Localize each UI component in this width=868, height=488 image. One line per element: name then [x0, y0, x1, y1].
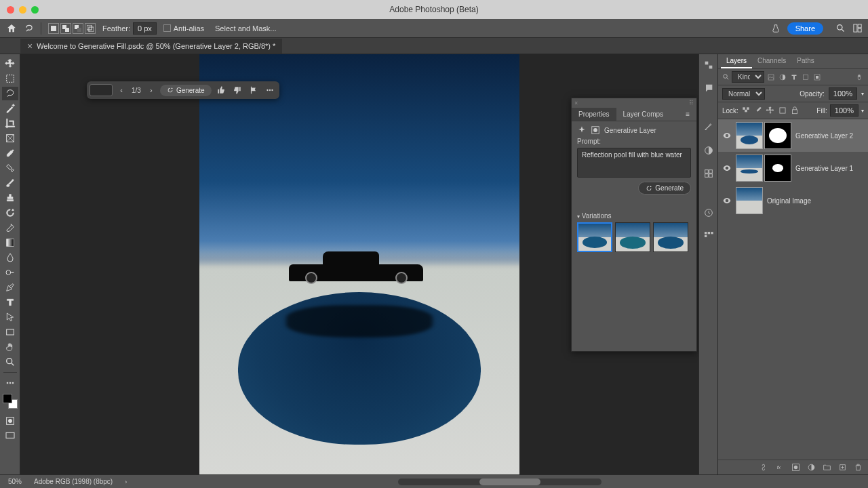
layer-mask-thumbnail[interactable] [764, 155, 791, 182]
layer-visibility-icon[interactable] [722, 196, 732, 205]
color-profile[interactable]: Adobe RGB (1998) (8bpc) [34, 478, 113, 485]
eyedropper-tool-icon[interactable] [2, 146, 18, 160]
stamp-tool-icon[interactable] [2, 191, 18, 205]
link-layers-icon[interactable] [760, 463, 769, 472]
foreground-background-color[interactable] [3, 394, 18, 409]
horizontal-scrollbar[interactable] [398, 479, 601, 485]
swatches-panel-icon[interactable] [701, 229, 716, 243]
thumbs-up-icon[interactable] [214, 84, 228, 96]
new-layer-icon[interactable] [838, 463, 847, 472]
layer-thumbnail[interactable] [736, 155, 763, 182]
tab-layers[interactable]: Layers [721, 54, 752, 68]
filter-smart-icon[interactable] [812, 73, 822, 82]
layer-name[interactable]: Original Image [767, 197, 811, 205]
panel-collapse-icon[interactable]: × [574, 100, 578, 106]
prompt-mini-input[interactable] [90, 84, 113, 96]
tab-properties[interactable]: Properties [572, 108, 616, 121]
thumbs-down-icon[interactable] [231, 84, 244, 96]
history-panel-icon[interactable] [701, 206, 716, 220]
prev-variation-icon[interactable]: ‹ [115, 84, 127, 96]
layer-fx-icon[interactable]: fx [776, 463, 785, 472]
group-layers-icon[interactable] [823, 463, 831, 472]
filter-toggle-icon[interactable] [854, 73, 864, 82]
history-brush-tool-icon[interactable] [2, 206, 18, 220]
tab-paths[interactable]: Paths [791, 54, 820, 68]
layer-mask-thumbnail[interactable] [764, 122, 791, 149]
pen-tool-icon[interactable] [2, 281, 18, 294]
panel-menu-icon[interactable]: ≡ [679, 108, 696, 121]
filter-adjust-icon[interactable] [778, 73, 787, 82]
path-select-tool-icon[interactable] [2, 310, 18, 324]
home-icon[interactable] [5, 23, 18, 34]
filter-kind-select[interactable]: Kind [732, 71, 764, 83]
filter-shape-icon[interactable] [801, 73, 810, 82]
lock-all-icon[interactable] [790, 106, 800, 115]
adjustments-panel-icon[interactable] [701, 144, 716, 157]
libraries-panel-icon[interactable] [701, 167, 716, 180]
layer-thumbnail[interactable] [736, 122, 763, 149]
generate-button-panel[interactable]: Generate [638, 182, 691, 195]
antialias-checkbox[interactable] [163, 24, 171, 32]
filter-pixel-icon[interactable] [766, 73, 776, 82]
lasso-tool-icon[interactable] [2, 87, 18, 100]
more-options-icon[interactable] [263, 84, 277, 96]
flag-icon[interactable] [247, 84, 260, 96]
layer-visibility-icon[interactable] [722, 131, 732, 140]
comments-panel-icon[interactable] [701, 81, 716, 95]
screenmode-icon[interactable] [2, 429, 18, 443]
eraser-tool-icon[interactable] [2, 221, 18, 235]
tab-channels[interactable]: Channels [752, 54, 791, 68]
blur-tool-icon[interactable] [2, 251, 18, 264]
variation-thumb-2[interactable] [615, 222, 650, 252]
layer-row[interactable]: Generative Layer 1 [718, 152, 868, 184]
move-tool-icon[interactable] [2, 57, 18, 70]
feather-input[interactable]: 0 px [133, 22, 157, 35]
panel-grip-icon[interactable]: ⠿ [689, 100, 694, 106]
tab-layer-comps[interactable]: Layer Comps [616, 108, 670, 121]
brushes-panel-icon[interactable] [701, 121, 716, 134]
variation-thumb-3[interactable] [653, 222, 688, 252]
filter-type-icon[interactable] [789, 73, 799, 82]
maximize-window-icon[interactable] [31, 6, 39, 14]
color-panel-icon[interactable] [701, 58, 716, 72]
lock-pixels-icon[interactable] [753, 106, 763, 115]
search-icon[interactable] [835, 23, 846, 33]
crop-tool-icon[interactable] [2, 117, 18, 130]
minimize-window-icon[interactable] [19, 6, 26, 14]
lock-position-icon[interactable] [766, 106, 775, 115]
layer-row[interactable]: Original Image [718, 184, 868, 217]
layer-row[interactable]: Generative Layer 2 [718, 119, 868, 152]
healing-tool-icon[interactable] [2, 161, 18, 175]
edit-toolbar-icon[interactable] [2, 376, 18, 390]
canvas-area[interactable]: ‹ 1/3 › Generate ×⠿ Properties Layer Com… [20, 54, 698, 474]
foreground-color-swatch[interactable] [3, 394, 12, 403]
lock-transparency-icon[interactable] [741, 106, 751, 115]
lock-artboard-icon[interactable] [778, 106, 787, 115]
fill-input[interactable]: 100% [830, 104, 859, 117]
document-tab[interactable]: × Welcome to Generative Fill.psdc @ 50% … [20, 39, 282, 54]
zoom-tool-icon[interactable] [2, 355, 18, 369]
selection-add-icon[interactable] [60, 23, 71, 34]
type-tool-icon[interactable] [2, 296, 18, 309]
hand-tool-icon[interactable] [2, 340, 18, 354]
selection-new-icon[interactable] [48, 23, 59, 34]
delete-layer-icon[interactable] [854, 463, 863, 472]
rectangle-tool-icon[interactable] [2, 325, 18, 339]
layer-visibility-icon[interactable] [722, 163, 732, 173]
generate-button[interactable]: Generate [160, 85, 212, 96]
selection-intersect-icon[interactable] [85, 23, 96, 34]
brush-tool-icon[interactable] [2, 176, 18, 190]
layer-name[interactable]: Generative Layer 1 [795, 165, 853, 172]
zoom-level[interactable]: 50% [8, 478, 22, 485]
layer-mask-icon[interactable] [791, 463, 800, 472]
dodge-tool-icon[interactable] [2, 266, 18, 279]
frame-tool-icon[interactable] [2, 131, 18, 145]
close-window-icon[interactable] [7, 6, 14, 14]
wand-tool-icon[interactable] [2, 102, 18, 115]
share-button[interactable]: Share [787, 22, 823, 35]
layer-thumbnail[interactable] [736, 187, 763, 214]
opacity-input[interactable]: 100% [829, 87, 857, 100]
close-tab-icon[interactable]: × [27, 41, 33, 52]
layer-name[interactable]: Generative Layer 2 [795, 132, 853, 140]
selection-subtract-icon[interactable] [73, 23, 83, 34]
